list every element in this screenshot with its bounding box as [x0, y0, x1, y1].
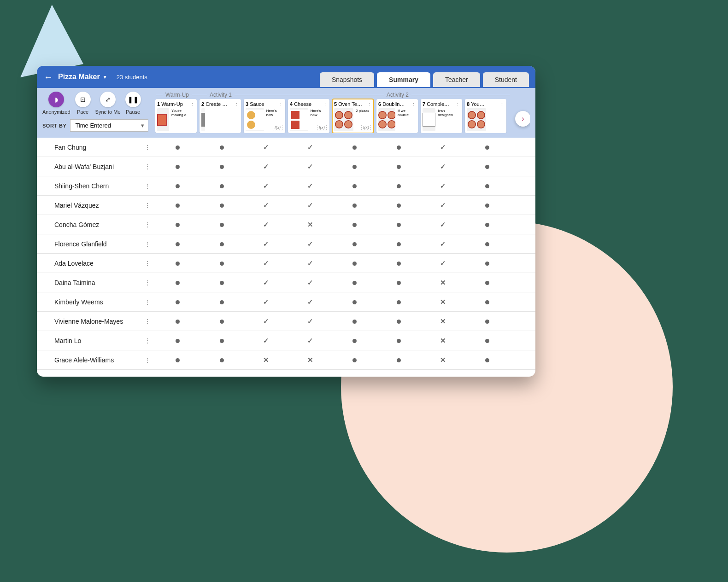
row-more-icon[interactable]: ⋮	[144, 337, 151, 344]
screen-card-6[interactable]: 6Doublin…⋮If we double	[376, 99, 418, 133]
student-name-cell[interactable]: Ada Lovelace⋮	[37, 260, 155, 267]
row-more-icon[interactable]: ⋮	[144, 279, 151, 286]
screen-card-8[interactable]: 8You…⋮	[465, 99, 506, 133]
tab-snapshots[interactable]: Snapshots	[320, 72, 374, 87]
progress-cell[interactable]	[465, 259, 509, 267]
progress-cell[interactable]	[465, 337, 509, 344]
pause-button[interactable]: ❚❚Pause	[125, 92, 141, 115]
screen-more-icon[interactable]: ⋮	[278, 101, 283, 107]
progress-cell[interactable]	[332, 182, 376, 190]
progress-cell[interactable]	[332, 163, 376, 170]
progress-cell[interactable]	[288, 163, 332, 171]
progress-cell[interactable]	[288, 221, 332, 229]
progress-cell[interactable]	[200, 240, 244, 248]
row-more-icon[interactable]: ⋮	[144, 240, 151, 248]
progress-cell[interactable]	[155, 337, 200, 344]
progress-cell[interactable]	[376, 240, 421, 248]
progress-cell[interactable]	[200, 201, 244, 209]
progress-cell[interactable]	[421, 201, 465, 210]
screen-card-4[interactable]: 4Cheese⋮Here's howf(x)	[288, 99, 329, 133]
screen-card-5[interactable]: 5Oven Te…⋮2 pizzasf(x)	[332, 99, 374, 133]
progress-cell[interactable]	[244, 259, 288, 268]
progress-cell[interactable]	[332, 240, 376, 248]
student-name-cell[interactable]: Britney Gallivan⋮	[37, 376, 155, 377]
screen-more-icon[interactable]: ⋮	[190, 101, 195, 107]
student-name-cell[interactable]: Florence Glanfield⋮	[37, 240, 155, 248]
progress-cell[interactable]	[200, 375, 244, 377]
progress-cell[interactable]	[155, 375, 200, 377]
screen-more-icon[interactable]: ⋮	[367, 101, 372, 107]
progress-cell[interactable]	[244, 240, 288, 248]
progress-cell[interactable]	[332, 259, 376, 267]
activity-title-dropdown[interactable]: Pizza Maker ▼	[58, 73, 107, 81]
progress-cell[interactable]	[155, 259, 200, 267]
row-more-icon[interactable]: ⋮	[144, 356, 151, 364]
tab-teacher[interactable]: Teacher	[433, 72, 480, 87]
student-name-cell[interactable]: Shiing-Shen Chern⋮	[37, 182, 155, 190]
tab-student[interactable]: Student	[483, 72, 529, 87]
progress-cell[interactable]	[288, 298, 332, 306]
progress-cell[interactable]	[288, 375, 332, 377]
progress-cell[interactable]	[200, 259, 244, 267]
progress-cell[interactable]	[288, 259, 332, 268]
progress-cell[interactable]	[244, 337, 288, 345]
progress-cell[interactable]	[200, 143, 244, 151]
progress-cell[interactable]	[376, 298, 421, 306]
row-more-icon[interactable]: ⋮	[144, 260, 151, 267]
progress-cell[interactable]	[200, 163, 244, 170]
progress-cell[interactable]	[244, 375, 288, 377]
progress-cell[interactable]	[244, 201, 288, 210]
progress-cell[interactable]	[244, 317, 288, 326]
tab-summary[interactable]: Summary	[377, 72, 430, 87]
screen-more-icon[interactable]: ⋮	[455, 101, 460, 107]
progress-cell[interactable]	[465, 375, 509, 377]
progress-cell[interactable]	[376, 221, 421, 228]
progress-cell[interactable]	[465, 221, 509, 228]
progress-cell[interactable]	[465, 279, 509, 286]
progress-cell[interactable]	[288, 201, 332, 210]
progress-cell[interactable]	[376, 259, 421, 267]
progress-cell[interactable]	[465, 298, 509, 306]
screen-more-icon[interactable]: ⋮	[323, 101, 328, 107]
progress-cell[interactable]	[244, 279, 288, 287]
progress-cell[interactable]	[465, 317, 509, 325]
progress-cell[interactable]	[421, 298, 465, 306]
progress-cell[interactable]	[332, 298, 376, 306]
progress-cell[interactable]	[244, 143, 288, 151]
progress-cell[interactable]	[465, 182, 509, 190]
progress-cell[interactable]	[200, 337, 244, 344]
progress-cell[interactable]	[155, 279, 200, 286]
progress-cell[interactable]	[332, 143, 376, 151]
progress-cell[interactable]	[421, 182, 465, 190]
progress-cell[interactable]	[288, 143, 332, 151]
progress-cell[interactable]	[376, 143, 421, 151]
progress-cell[interactable]	[288, 337, 332, 345]
progress-cell[interactable]	[200, 182, 244, 190]
progress-cell[interactable]	[244, 298, 288, 306]
screen-card-2[interactable]: 2Create …⋮	[200, 99, 241, 133]
screen-card-3[interactable]: 3Sauce⋮Here's howf(x)	[244, 99, 285, 133]
sync-button[interactable]: ⤢Sync to Me	[95, 92, 121, 115]
progress-cell[interactable]	[421, 259, 465, 268]
anonymized-button[interactable]: ◗Anonymized	[42, 92, 70, 115]
screen-more-icon[interactable]: ⋮	[411, 101, 416, 107]
progress-cell[interactable]	[421, 317, 465, 326]
progress-cell[interactable]	[288, 182, 332, 190]
progress-cell[interactable]	[465, 240, 509, 248]
progress-cell[interactable]	[376, 337, 421, 344]
row-more-icon[interactable]: ⋮	[144, 221, 151, 228]
progress-cell[interactable]	[155, 317, 200, 325]
student-name-cell[interactable]: Abu al-Wafa' Buzjani⋮	[37, 163, 155, 170]
progress-cell[interactable]	[332, 221, 376, 228]
row-more-icon[interactable]: ⋮	[144, 318, 151, 325]
progress-cell[interactable]	[332, 356, 376, 364]
progress-cell[interactable]	[200, 356, 244, 364]
progress-cell[interactable]	[376, 356, 421, 364]
screen-more-icon[interactable]: ⋮	[499, 101, 505, 107]
student-name-cell[interactable]: Concha Gómez⋮	[37, 221, 155, 228]
student-name-cell[interactable]: Fan Chung⋮	[37, 144, 155, 151]
row-more-icon[interactable]: ⋮	[144, 163, 151, 170]
progress-cell[interactable]	[200, 221, 244, 228]
progress-cell[interactable]	[376, 375, 421, 377]
next-screens-button[interactable]: ›	[515, 111, 530, 127]
